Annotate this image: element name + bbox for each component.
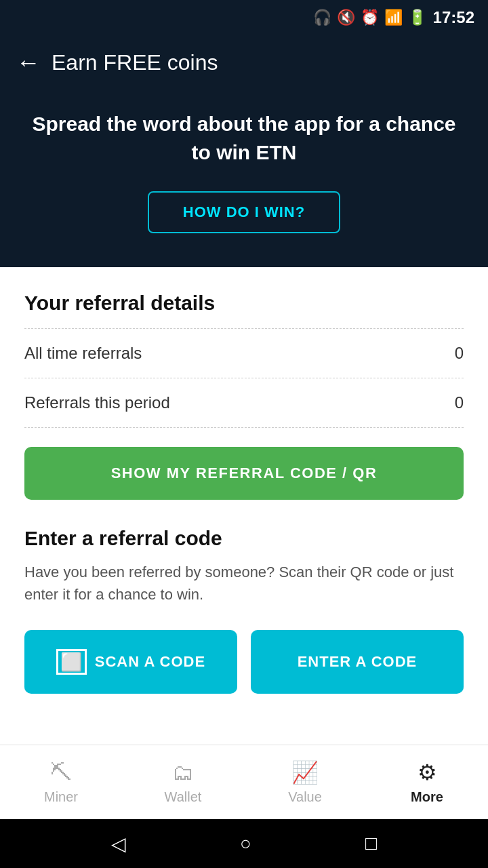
scan-label: SCAN A CODE xyxy=(95,653,205,671)
enter-code-description: Have you been referred by someone? Scan … xyxy=(24,561,464,606)
main-content: Your referral details All time referrals… xyxy=(0,267,488,745)
back-nav-icon[interactable]: ◁ xyxy=(111,833,126,855)
referrals-period-value: 0 xyxy=(455,393,464,412)
hero-section: Spread the word about the app for a chan… xyxy=(0,90,488,267)
status-icons: 🎧 🔇 ⏰ 📶 🔋 xyxy=(313,9,426,26)
home-nav-icon[interactable]: ○ xyxy=(240,833,251,854)
page-title: Earn FREE coins xyxy=(52,50,218,75)
nav-item-more[interactable]: ⚙ More xyxy=(366,745,488,819)
all-time-referrals-row: All time referrals 0 xyxy=(24,329,464,378)
status-bar: 🎧 🔇 ⏰ 📶 🔋 17:52 xyxy=(0,0,488,35)
referral-details-title: Your referral details xyxy=(24,292,464,315)
alarm-icon: ⏰ xyxy=(361,9,379,26)
wallet-icon: 🗂 xyxy=(172,760,194,785)
mute-icon: 🔇 xyxy=(337,9,355,26)
all-time-referrals-label: All time referrals xyxy=(24,344,142,363)
status-time: 17:52 xyxy=(433,8,474,27)
scan-icon: ⬜ xyxy=(56,649,87,675)
miner-icon: ⛏ xyxy=(50,760,72,785)
enter-code-button[interactable]: ENTER A CODE xyxy=(251,630,464,694)
miner-label: Miner xyxy=(44,789,78,805)
hero-subtitle: Spread the word about the app for a chan… xyxy=(27,110,461,167)
bottom-navigation: ⛏ Miner 🗂 Wallet 📈 Value ⚙ More xyxy=(0,745,488,819)
more-label: More xyxy=(411,789,443,805)
how-do-i-win-button[interactable]: HOW DO I WIN? xyxy=(148,191,340,233)
value-icon: 📈 xyxy=(291,760,319,785)
show-referral-code-button[interactable]: SHOW MY REFERRAL CODE / QR xyxy=(24,447,464,500)
referral-details-table: All time referrals 0 Referrals this peri… xyxy=(24,328,464,428)
back-icon: ← xyxy=(16,48,41,76)
enter-code-section: Enter a referral code Have you been refe… xyxy=(24,527,464,694)
nav-item-wallet[interactable]: 🗂 Wallet xyxy=(122,745,244,819)
referrals-period-label: Referrals this period xyxy=(24,393,170,412)
recents-nav-icon[interactable]: □ xyxy=(365,833,377,854)
referrals-period-row: Referrals this period 0 xyxy=(24,378,464,428)
signal-icon: 📶 xyxy=(384,9,403,26)
wallet-label: Wallet xyxy=(165,789,202,805)
nav-item-miner[interactable]: ⛏ Miner xyxy=(0,745,122,819)
android-navigation: ◁ ○ □ xyxy=(0,819,488,868)
value-label: Value xyxy=(288,789,322,805)
more-icon: ⚙ xyxy=(418,760,437,785)
enter-code-title: Enter a referral code xyxy=(24,527,464,550)
back-button[interactable]: ← xyxy=(16,50,41,75)
nav-item-value[interactable]: 📈 Value xyxy=(244,745,366,819)
page-header: ← Earn FREE coins xyxy=(0,35,488,90)
battery-icon: 🔋 xyxy=(408,9,426,26)
code-action-buttons: ⬜ SCAN A CODE ENTER A CODE xyxy=(24,630,464,694)
headphones-icon: 🎧 xyxy=(313,9,331,26)
scan-code-button[interactable]: ⬜ SCAN A CODE xyxy=(24,630,237,694)
all-time-referrals-value: 0 xyxy=(455,344,464,363)
